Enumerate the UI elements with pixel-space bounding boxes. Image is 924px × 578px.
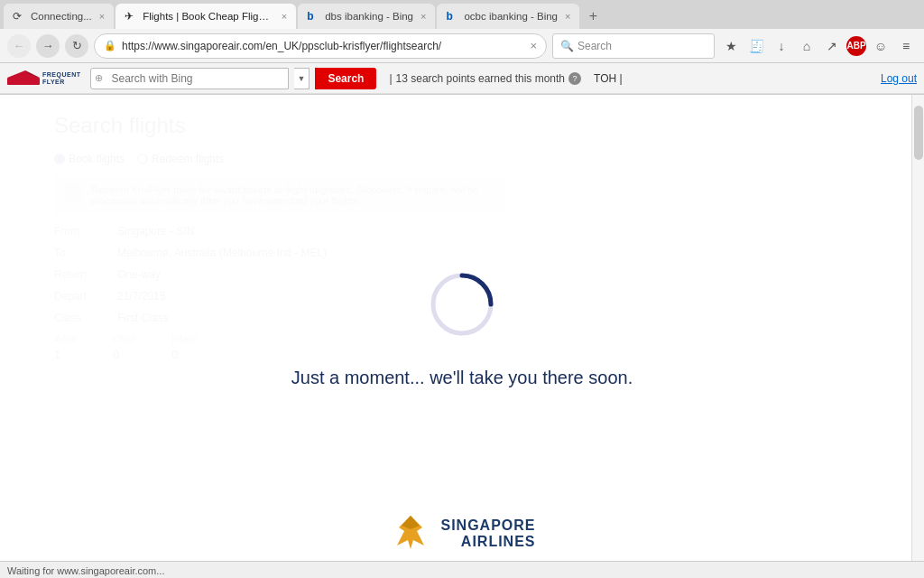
browser-chrome: ⟳ Connecting... × ✈ Flights | Book Cheap…	[0, 0, 924, 95]
svg-rect-0	[7, 78, 40, 85]
refresh-button[interactable]: ↻	[65, 34, 88, 58]
loading-overlay: Just a moment... we'll take you there so…	[0, 95, 924, 561]
info-icon[interactable]: ?	[568, 72, 581, 85]
status-text: Waiting for www.singaporeair.com...	[7, 565, 164, 576]
profile-icon[interactable]: ☺	[870, 35, 892, 57]
star-icon[interactable]: ★	[720, 35, 742, 57]
ff-bird-icon	[7, 69, 40, 89]
menu-icon[interactable]: ≡	[895, 35, 917, 57]
tab-close-flights[interactable]: ×	[282, 11, 287, 22]
tab-title-ocbc: ocbc ibanking - Bing	[464, 11, 558, 22]
tab-flights[interactable]: ✈ Flights | Book Cheap Flight... ×	[116, 4, 296, 29]
tab-favicon-flights: ✈	[125, 10, 137, 23]
points-text: 13 search points earned this month	[396, 72, 565, 85]
search-icon: 🔍	[560, 40, 574, 52]
tab-ocbc[interactable]: b ocbc ibanking - Bing ×	[437, 4, 579, 29]
bing-toolbar: FREQUENT FLYER ⊕ ▼ Search | 13 search po…	[0, 63, 924, 94]
abp-icon[interactable]: ABP	[846, 36, 866, 56]
bing-search-button[interactable]: Search	[315, 68, 376, 89]
sia-name: SINGAPORE	[440, 517, 535, 534]
sia-logo-bar: SINGAPORE AIRLINES	[0, 507, 924, 561]
tab-close-ocbc[interactable]: ×	[565, 11, 570, 22]
sia-logo: SINGAPORE AIRLINES	[388, 511, 535, 556]
bing-dropdown[interactable]: ▼	[294, 68, 310, 89]
logout-button[interactable]: Log out	[881, 72, 917, 85]
scrollbar[interactable]	[911, 95, 924, 561]
bing-logo: ⊕	[91, 72, 106, 84]
new-tab-button[interactable]: +	[581, 5, 605, 28]
tab-dbs[interactable]: b dbs ibanking - Bing ×	[298, 4, 435, 29]
browser-search-bar[interactable]: 🔍 Search	[552, 33, 715, 59]
bing-points-info: | 13 search points earned this month ?	[389, 72, 581, 85]
download-icon[interactable]: ↓	[771, 35, 792, 57]
tab-title-dbs: dbs ibanking - Bing	[325, 11, 413, 22]
tab-favicon-connecting: ⟳	[13, 10, 25, 23]
share-icon[interactable]: ↗	[821, 35, 843, 57]
url-text: https://www.singaporeair.com/en_UK/ppscl…	[122, 40, 524, 52]
search-placeholder: Search	[578, 40, 612, 52]
svg-marker-1	[7, 70, 40, 78]
frequent-flyer-logo: FREQUENT FLYER	[7, 69, 81, 89]
tab-close-dbs[interactable]: ×	[420, 11, 426, 22]
url-clear-icon[interactable]: ×	[530, 39, 537, 52]
bing-dropdown-arrow-icon: ▼	[298, 74, 306, 83]
toolbar-right: ★ 🧾 ↓ ⌂ ↗ ABP ☺ ≡	[720, 35, 917, 57]
tab-title-connecting: Connecting...	[31, 11, 92, 22]
tab-favicon-dbs: b	[307, 10, 319, 23]
tab-close-connecting[interactable]: ×	[99, 11, 105, 22]
loading-spinner	[426, 268, 498, 340]
scrollbar-thumb[interactable]	[914, 106, 923, 160]
wallet-icon[interactable]: 🧾	[745, 35, 767, 57]
sia-name2: AIRLINES	[461, 534, 536, 550]
bing-search-input[interactable]	[106, 72, 288, 85]
tab-favicon-ocbc: b	[446, 10, 458, 23]
tab-bar: ⟳ Connecting... × ✈ Flights | Book Cheap…	[0, 0, 924, 29]
address-bar: ← → ↻ 🔒 https://www.singaporeair.com/en_…	[0, 29, 924, 63]
status-bar: Waiting for www.singaporeair.com...	[0, 561, 924, 578]
tab-connecting[interactable]: ⟳ Connecting... ×	[4, 4, 114, 29]
lock-icon: 🔒	[104, 40, 116, 51]
points-separator: |	[389, 72, 392, 85]
sia-crane-icon	[388, 511, 433, 556]
bing-search-box[interactable]: ⊕	[90, 68, 289, 89]
toh-text: TOH |	[594, 72, 623, 85]
page-content: Search flights Book flights Redeem fligh…	[0, 95, 924, 561]
tab-title-flights: Flights | Book Cheap Flight...	[143, 11, 274, 22]
home-icon[interactable]: ⌂	[796, 35, 818, 57]
ff-logo-box: FREQUENT FLYER	[42, 71, 81, 85]
loading-text: Just a moment... we'll take you there so…	[291, 368, 633, 388]
back-button[interactable]: ←	[7, 34, 31, 58]
sia-text: SINGAPORE AIRLINES	[440, 517, 535, 550]
forward-button[interactable]: →	[36, 34, 60, 58]
url-bar[interactable]: 🔒 https://www.singaporeair.com/en_UK/pps…	[94, 33, 547, 59]
